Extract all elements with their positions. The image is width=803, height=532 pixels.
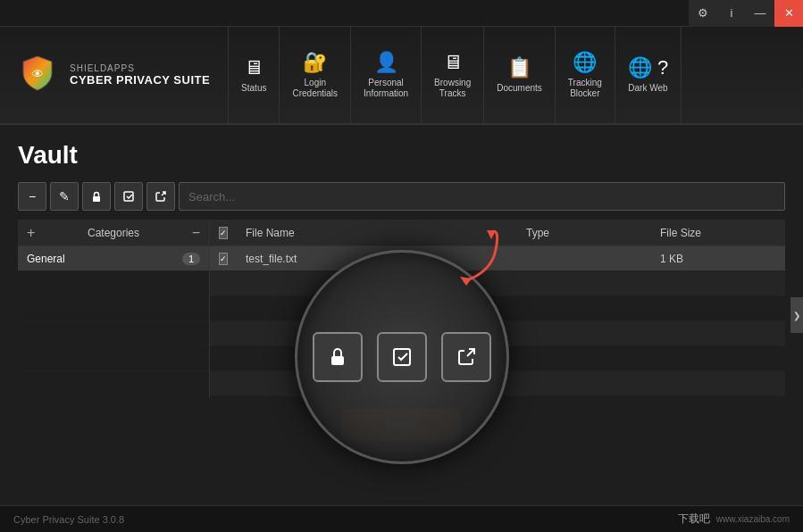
footer: Cyber Privacy Suite 3.0.8 下载吧 www.xiazai… bbox=[0, 505, 803, 532]
main-content: Vault − ✎ + bbox=[0, 125, 803, 505]
checkbox-col-header: ✓ bbox=[210, 220, 237, 245]
login-label: LoginCredentials bbox=[292, 78, 338, 99]
svg-rect-4 bbox=[394, 349, 410, 365]
svg-rect-1 bbox=[93, 196, 100, 202]
nav-item-documents[interactable]: 📋 Documents bbox=[484, 27, 556, 123]
svg-text:👁: 👁 bbox=[31, 67, 44, 81]
darkweb-label: Dark Web bbox=[628, 83, 667, 94]
app-subtitle: Cyber Privacy Suite bbox=[70, 73, 210, 87]
status-label: Status bbox=[241, 83, 266, 94]
remove-category-button[interactable]: − bbox=[192, 225, 200, 241]
status-icon: 🖥 bbox=[244, 56, 263, 79]
page-title: Vault bbox=[18, 141, 785, 170]
internal-edit-button[interactable] bbox=[114, 182, 143, 211]
app-name: ShieldApps bbox=[70, 63, 210, 73]
documents-label: Documents bbox=[497, 83, 542, 94]
magnifier-inner bbox=[313, 332, 491, 382]
mag-external-button[interactable] bbox=[441, 332, 491, 382]
add-category-button[interactable]: + bbox=[27, 225, 35, 241]
file-row-1[interactable]: ✓ test_file.txt 1 KB bbox=[210, 246, 785, 271]
header: 👁 ShieldApps Cyber Privacy Suite 🖥 Statu… bbox=[0, 27, 803, 125]
category-empty-3 bbox=[18, 321, 209, 346]
lock-icon bbox=[90, 190, 103, 203]
mag-edit-icon bbox=[391, 346, 413, 368]
vault-toolbar: − ✎ bbox=[18, 182, 785, 211]
category-empty-4 bbox=[18, 346, 209, 371]
logo-text: ShieldApps Cyber Privacy Suite bbox=[70, 63, 210, 87]
mag-external-icon bbox=[456, 346, 477, 368]
nav-item-status[interactable]: 🖥 Status bbox=[228, 27, 280, 123]
title-bar: ⚙ i — ✕ bbox=[0, 0, 803, 27]
internal-edit-icon bbox=[122, 190, 135, 203]
category-empty-1 bbox=[18, 271, 209, 296]
external-edit-icon bbox=[155, 190, 167, 203]
svg-rect-3 bbox=[331, 356, 344, 365]
svg-rect-2 bbox=[124, 192, 133, 201]
logo-area: 👁 ShieldApps Cyber Privacy Suite bbox=[0, 54, 228, 96]
category-name: General bbox=[27, 253, 65, 265]
mag-edit-button[interactable] bbox=[377, 332, 427, 382]
logo-icon: 👁 bbox=[18, 54, 61, 96]
close-button[interactable]: ✕ bbox=[774, 0, 803, 27]
personal-label: PersonalInformation bbox=[364, 78, 408, 99]
nav-item-tracking[interactable]: 🌐 TrackingBlocker bbox=[556, 27, 615, 123]
browsing-label: BrowsingTracks bbox=[434, 78, 471, 99]
info-button[interactable]: i bbox=[717, 0, 746, 27]
file-type-1 bbox=[517, 246, 651, 270]
sidebar-arrow[interactable]: ❯ bbox=[790, 297, 803, 333]
type-col-header: Type bbox=[517, 220, 651, 245]
title-bar-buttons: ⚙ i — ✕ bbox=[689, 0, 803, 27]
minimize-button[interactable]: — bbox=[746, 0, 774, 27]
categories-header: + Categories − bbox=[18, 220, 209, 246]
nav-item-login[interactable]: 🔐 LoginCredentials bbox=[280, 27, 351, 123]
file-size-1: 1 KB bbox=[651, 246, 785, 270]
search-input[interactable] bbox=[179, 182, 785, 211]
nav-item-personal[interactable]: 👤 PersonalInformation bbox=[351, 27, 422, 123]
category-count: 1 bbox=[182, 253, 200, 265]
category-general[interactable]: General 1 bbox=[18, 246, 209, 271]
file-check-icon-1: ✓ bbox=[219, 253, 228, 265]
login-icon: 🔐 bbox=[303, 51, 327, 74]
browsing-icon: 🖥 bbox=[443, 51, 463, 74]
mag-lock-button[interactable] bbox=[313, 332, 363, 382]
size-col-header: File Size bbox=[651, 220, 785, 245]
remove-button[interactable]: − bbox=[18, 182, 46, 211]
settings-button[interactable]: ⚙ bbox=[689, 0, 717, 27]
file-row-empty-1 bbox=[210, 271, 785, 296]
nav-item-browsing[interactable]: 🖥 BrowsingTracks bbox=[422, 27, 484, 123]
documents-icon: 📋 bbox=[507, 56, 531, 79]
edit-button[interactable]: ✎ bbox=[50, 182, 79, 211]
category-empty-2 bbox=[18, 296, 209, 321]
personal-icon: 👤 bbox=[374, 51, 398, 74]
tracking-icon: 🌐 bbox=[573, 51, 597, 74]
categories-title: Categories bbox=[88, 227, 139, 239]
categories-panel: + Categories − General 1 bbox=[18, 220, 210, 398]
nav-items: 🖥 Status 🔐 LoginCredentials 👤 PersonalIn… bbox=[228, 27, 803, 123]
darkweb-icon: 🌐 ? bbox=[628, 56, 668, 79]
footer-version: Cyber Privacy Suite 3.0.8 bbox=[13, 514, 124, 525]
external-edit-button[interactable] bbox=[146, 182, 175, 211]
nav-item-darkweb[interactable]: 🌐 ? Dark Web bbox=[615, 27, 682, 123]
lock-button[interactable] bbox=[82, 182, 111, 211]
select-all-checkbox[interactable]: ✓ bbox=[219, 227, 228, 239]
mag-lock-icon bbox=[327, 346, 348, 368]
footer-website: 下载吧 www.xiazaiba.com bbox=[678, 511, 790, 527]
files-header: ✓ File Name Type File Size bbox=[210, 220, 785, 246]
magnifier-overlay bbox=[295, 250, 509, 464]
file-checkbox-1[interactable]: ✓ bbox=[210, 246, 237, 270]
tracking-label: TrackingBlocker bbox=[568, 78, 602, 99]
filename-col-header: File Name bbox=[237, 220, 517, 245]
